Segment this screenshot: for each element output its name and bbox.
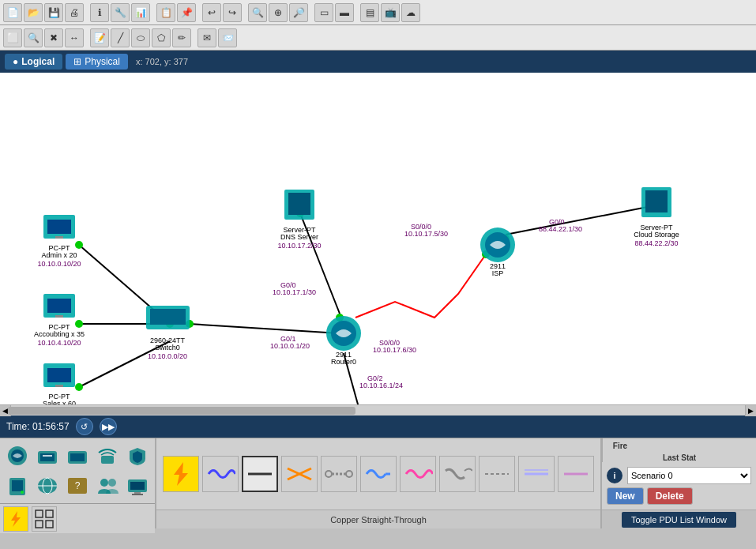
scroll-thumb[interactable] xyxy=(8,407,355,415)
link-wireless[interactable] xyxy=(479,456,515,492)
resize-button[interactable]: ▬ xyxy=(335,3,354,22)
play-button[interactable]: ▶▶ xyxy=(100,418,117,435)
svg-marker-120 xyxy=(174,462,188,486)
toggle-pdu-button[interactable]: Toggle PDU List Window xyxy=(622,512,736,528)
svg-rect-46 xyxy=(288,193,310,215)
logical-icon: ● xyxy=(13,56,18,67)
info-button[interactable]: ℹ xyxy=(90,3,109,22)
svg-text:10.10.17.5/30: 10.10.17.5/30 xyxy=(404,230,448,238)
scenario-controls: i Scenario 0 Scenario 1 Scenario 2 New D… xyxy=(602,462,756,510)
network-canvas[interactable]: PC-PT Admin x 20 10.10.0.10/20 PC-PT Acc… xyxy=(0,73,756,404)
svg-rect-23 xyxy=(47,220,71,234)
svg-point-109 xyxy=(100,479,108,487)
save-button[interactable]: 💾 xyxy=(44,3,63,22)
device-type-wan[interactable] xyxy=(33,472,62,500)
horizontal-scrollbar[interactable]: ◀ ▶ xyxy=(0,404,756,416)
link-octal[interactable] xyxy=(518,456,555,492)
select-mode-button[interactable]: ⬜ xyxy=(3,28,22,47)
svg-rect-35 xyxy=(47,368,71,382)
svg-point-103 xyxy=(21,491,24,494)
link-auto[interactable] xyxy=(163,456,199,492)
draw-line-button[interactable]: ╱ xyxy=(111,28,130,47)
canvas-coordinates: x: 702, y: 377 xyxy=(136,57,188,66)
reset-timer-button[interactable]: ↺ xyxy=(76,418,93,435)
note-button[interactable]: 📝 xyxy=(90,28,109,47)
device-type-switch[interactable] xyxy=(33,442,62,470)
status-bar: Time: 01:56:57 ↺ ▶▶ xyxy=(0,416,756,438)
svg-text:10.10.17.2/30: 10.10.17.2/30 xyxy=(277,242,321,250)
link-coax[interactable] xyxy=(400,456,436,492)
svg-rect-0 xyxy=(0,73,756,404)
svg-text:DNS Server: DNS Server xyxy=(280,233,318,241)
scroll-right-button[interactable]: ▶ xyxy=(745,405,756,416)
svg-text:Admin x 20: Admin x 20 xyxy=(41,251,77,259)
link-phone[interactable] xyxy=(360,456,397,492)
fire-column: Fire xyxy=(602,438,638,450)
simple-pdu-button[interactable]: ✉ xyxy=(197,28,216,47)
draw-polygon-button[interactable]: ⬠ xyxy=(152,28,171,47)
paste-button[interactable]: 📌 xyxy=(177,3,196,22)
undo-button[interactable]: ↩ xyxy=(202,3,221,22)
link-fiber[interactable] xyxy=(321,456,357,492)
delete-scenario-button[interactable]: Delete xyxy=(647,487,693,505)
tab-physical-label: Physical xyxy=(85,56,120,67)
svg-text:Router0: Router0 xyxy=(331,358,356,366)
svg-text:88.44.22.2/30: 88.44.22.2/30 xyxy=(634,239,678,247)
network-diagram: PC-PT Admin x 20 10.10.0.10/20 PC-PT Acc… xyxy=(0,73,756,404)
device-type-panel: ? xyxy=(0,438,156,528)
redo-button[interactable]: ↪ xyxy=(223,3,242,22)
link-crossover[interactable] xyxy=(281,456,318,492)
new-button[interactable]: 📄 xyxy=(3,3,22,22)
device-sub-lightning[interactable] xyxy=(3,506,28,532)
delete-all-button[interactable]: ✖ xyxy=(44,28,63,47)
copy-button[interactable]: 📋 xyxy=(156,3,175,22)
link-console[interactable] xyxy=(202,456,239,492)
svg-point-124 xyxy=(325,471,332,477)
device-type-wireless[interactable] xyxy=(93,442,122,470)
preferences-button[interactable]: 🔧 xyxy=(111,3,130,22)
open-button[interactable]: 📂 xyxy=(24,3,43,22)
tab-physical[interactable]: ⊞ Physical xyxy=(66,54,128,70)
svg-point-10 xyxy=(75,241,83,249)
zoom-out-button[interactable]: 🔎 xyxy=(289,3,308,22)
device-type-multiuser[interactable] xyxy=(93,472,122,500)
device-type-hub[interactable] xyxy=(63,442,92,470)
link-usb[interactable] xyxy=(558,456,594,492)
device-type-server[interactable] xyxy=(3,472,32,500)
svg-text:Cloud Storage: Cloud Storage xyxy=(634,231,679,239)
palette-button[interactable]: ▤ xyxy=(360,3,379,22)
device-type-custom[interactable]: ? xyxy=(63,472,92,500)
new-scenario-button[interactable]: New xyxy=(607,487,644,505)
device-manager-button[interactable]: 📺 xyxy=(381,3,400,22)
activity-wizard-button[interactable]: 📊 xyxy=(131,3,150,22)
cloud-button[interactable]: ☁ xyxy=(401,3,420,22)
svg-rect-100 xyxy=(101,456,114,464)
scenario-dropdown[interactable]: Scenario 0 Scenario 1 Scenario 2 xyxy=(627,467,751,484)
custom-dialog-button[interactable]: ▭ xyxy=(314,3,333,22)
last-status-label: Last Stat xyxy=(663,453,696,462)
device-subtype-area xyxy=(0,503,155,533)
toggle-pdu-area: Toggle PDU List Window xyxy=(602,510,756,528)
tab-logical[interactable]: ● Logical xyxy=(5,54,62,70)
device-sub-grid[interactable] xyxy=(32,506,57,532)
link-serial-dce[interactable] xyxy=(439,456,476,492)
inspect-button[interactable]: 🔍 xyxy=(24,28,43,47)
device-type-security[interactable] xyxy=(123,442,152,470)
print-button[interactable]: 🖨 xyxy=(65,3,84,22)
link-type-grid xyxy=(156,438,600,510)
zoom-fit-button[interactable]: ⊕ xyxy=(269,3,288,22)
link-copper-straight[interactable] xyxy=(242,456,278,492)
zoom-in-button[interactable]: 🔍 xyxy=(248,3,267,22)
draw-ellipse-button[interactable]: ⬭ xyxy=(131,28,150,47)
svg-text:ISP: ISP xyxy=(492,269,504,277)
svg-text:Switch0: Switch0 xyxy=(155,344,180,352)
svg-rect-41 xyxy=(150,309,186,325)
free-draw-button[interactable]: ✏ xyxy=(172,28,191,47)
device-type-enddevice[interactable] xyxy=(123,472,152,500)
device-type-router[interactable] xyxy=(3,442,32,470)
move-button[interactable]: ↔ xyxy=(65,28,84,47)
scenario-info-button[interactable]: i xyxy=(607,468,622,483)
svg-point-110 xyxy=(108,479,116,487)
complex-pdu-button[interactable]: 📨 xyxy=(218,28,237,47)
svg-rect-112 xyxy=(130,482,145,490)
